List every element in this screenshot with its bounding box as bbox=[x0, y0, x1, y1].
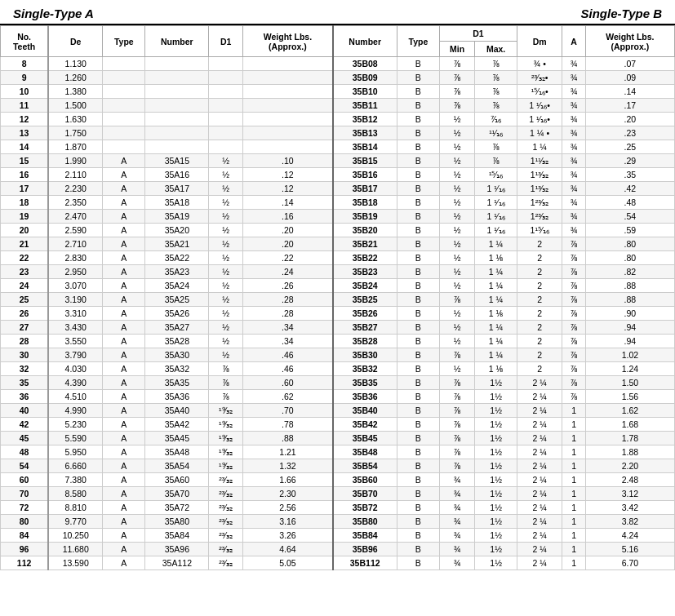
table-cell: 1 ¼ bbox=[517, 140, 562, 154]
table-row: 728.810A35A72²³⁄₃₂2.5635B72B¾1½2 ¼13.42 bbox=[1, 501, 675, 515]
table-cell: 1 bbox=[562, 529, 585, 543]
table-cell: ¾ bbox=[562, 154, 585, 168]
table-cell: ⅞ bbox=[440, 404, 475, 418]
table-cell: 1.78 bbox=[585, 432, 674, 445]
table-cell: 35A42 bbox=[145, 418, 209, 432]
table-cell: ½ bbox=[209, 182, 243, 196]
table-cell: 3.16 bbox=[243, 515, 333, 529]
table-cell: 2 ¼ bbox=[517, 487, 562, 501]
table-cell: 1.62 bbox=[585, 404, 674, 418]
table-cell: 25 bbox=[1, 293, 49, 307]
table-cell: ½ bbox=[440, 210, 475, 224]
table-cell: ⅞ bbox=[440, 445, 475, 459]
table-cell: 35A15 bbox=[145, 154, 209, 168]
table-cell bbox=[103, 113, 145, 126]
table-cell: 2 ¼ bbox=[517, 445, 562, 459]
table-cell: ²³⁄₃₂ bbox=[209, 501, 243, 515]
table-cell: 35A80 bbox=[145, 515, 209, 529]
table-cell: .94 bbox=[585, 335, 674, 348]
table-cell: 30 bbox=[1, 348, 49, 362]
table-cell: A bbox=[103, 487, 145, 501]
table-cell: 1.630 bbox=[48, 113, 103, 126]
table-cell: 13 bbox=[1, 126, 49, 140]
table-cell: 5.590 bbox=[48, 432, 103, 445]
table-cell: 3.430 bbox=[48, 321, 103, 335]
table-cell: A bbox=[103, 182, 145, 196]
table-cell: ½ bbox=[440, 196, 475, 210]
table-cell: ½ bbox=[440, 224, 475, 237]
table-row: 232.950A35A23½.2435B23B½1 ¼2⅞.82 bbox=[1, 265, 675, 279]
table-cell: B bbox=[397, 515, 439, 529]
table-cell: ⅞ bbox=[562, 335, 585, 348]
table-cell: 1.24 bbox=[585, 362, 674, 376]
table-cell: 5.230 bbox=[48, 418, 103, 432]
table-cell: .54 bbox=[585, 210, 674, 224]
table-cell: 1.260 bbox=[48, 71, 103, 85]
table-cell: 1 bbox=[562, 418, 585, 432]
table-cell: 35A45 bbox=[145, 432, 209, 445]
table-cell: .17 bbox=[585, 99, 674, 113]
table-cell: 35B30 bbox=[333, 348, 397, 362]
table-cell: ¾ bbox=[440, 473, 475, 487]
table-cell: A bbox=[103, 210, 145, 224]
table-cell: 35B17 bbox=[333, 182, 397, 196]
table-cell: 35B80 bbox=[333, 515, 397, 529]
table-cell: B bbox=[397, 265, 439, 279]
header-row-1: No.Teeth De Type Number D1 Weight Lbs.(A… bbox=[1, 26, 675, 42]
table-cell: 35A16 bbox=[145, 168, 209, 182]
table-cell: ⅞ bbox=[562, 307, 585, 321]
table-cell: 35A36 bbox=[145, 390, 209, 404]
table-cell: B bbox=[397, 362, 439, 376]
table-cell: ⅞ bbox=[562, 348, 585, 362]
table-row: 324.030A35A32⅞.4635B32B½1 ⅛2⅞1.24 bbox=[1, 362, 675, 376]
table-cell: ¾ • bbox=[517, 57, 562, 71]
table-cell: 1½ bbox=[475, 432, 517, 445]
table-cell: ¹⁹⁄₃₂ bbox=[209, 445, 243, 459]
table-row: 202.590A35A20½.2035B20B½1 ¹⁄₁₆1¹⁵⁄₁₆¾.59 bbox=[1, 224, 675, 237]
table-cell: 1 bbox=[562, 432, 585, 445]
table-cell: 84 bbox=[1, 529, 49, 543]
table-cell: B bbox=[397, 113, 439, 126]
table-cell: 40 bbox=[1, 404, 49, 418]
table-cell: 1.130 bbox=[48, 57, 103, 71]
table-cell: B bbox=[397, 279, 439, 293]
table-cell: ¾ bbox=[562, 224, 585, 237]
table-cell: 35B25 bbox=[333, 293, 397, 307]
table-cell: ¹⁹⁄₃₂ bbox=[209, 418, 243, 432]
table-cell: .70 bbox=[243, 404, 333, 418]
table-cell: ½ bbox=[209, 237, 243, 251]
table-cell: ⅞ bbox=[440, 99, 475, 113]
table-row: 263.310A35A26½.2835B26B½1 ⅛2⅞.90 bbox=[1, 307, 675, 321]
table-cell: 1.68 bbox=[585, 418, 674, 432]
table-cell: .35 bbox=[585, 168, 674, 182]
table-cell bbox=[243, 126, 333, 140]
table-cell bbox=[145, 140, 209, 154]
table-cell: 1¹⁵⁄₁₆ bbox=[517, 224, 562, 237]
table-cell: .25 bbox=[585, 140, 674, 154]
table-cell bbox=[209, 71, 243, 85]
table-cell: ¹⁹⁄₃₂ bbox=[209, 432, 243, 445]
table-cell: 1 ¼ bbox=[475, 293, 517, 307]
table-cell: .90 bbox=[585, 307, 674, 321]
table-cell: 1¹¹⁄₃₂ bbox=[517, 154, 562, 168]
table-cell: 35 bbox=[1, 376, 49, 390]
table-cell: 35B10 bbox=[333, 85, 397, 99]
table-cell: 35B19 bbox=[333, 210, 397, 224]
table-cell: ⅞ bbox=[562, 293, 585, 307]
table-cell: 35A60 bbox=[145, 473, 209, 487]
table-cell: 2.590 bbox=[48, 224, 103, 237]
table-cell: .16 bbox=[243, 210, 333, 224]
table-cell: 35B22 bbox=[333, 251, 397, 265]
table-cell: 7.380 bbox=[48, 473, 103, 487]
main-table: No.Teeth De Type Number D1 Weight Lbs.(A… bbox=[0, 25, 675, 570]
table-cell: 8.810 bbox=[48, 501, 103, 515]
col-d1-min: Min bbox=[440, 42, 475, 57]
table-cell: 3.82 bbox=[585, 515, 674, 529]
table-cell: 3.550 bbox=[48, 335, 103, 348]
table-cell: .34 bbox=[243, 321, 333, 335]
table-cell: ½ bbox=[440, 265, 475, 279]
table-cell: 1 bbox=[562, 543, 585, 556]
table-cell: 2 bbox=[517, 335, 562, 348]
table-cell: 2 ¼ bbox=[517, 432, 562, 445]
table-cell: 35B72 bbox=[333, 501, 397, 515]
